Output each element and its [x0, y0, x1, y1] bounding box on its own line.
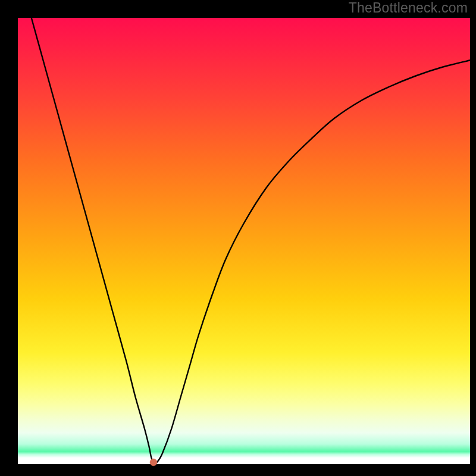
- plot-area: [18, 18, 470, 464]
- minimum-marker: [150, 459, 157, 466]
- watermark-text: TheBottleneck.com: [349, 0, 468, 16]
- bottleneck-curve: [32, 18, 470, 463]
- chart-svg: [18, 18, 470, 464]
- chart-container: TheBottleneck.com: [0, 0, 476, 476]
